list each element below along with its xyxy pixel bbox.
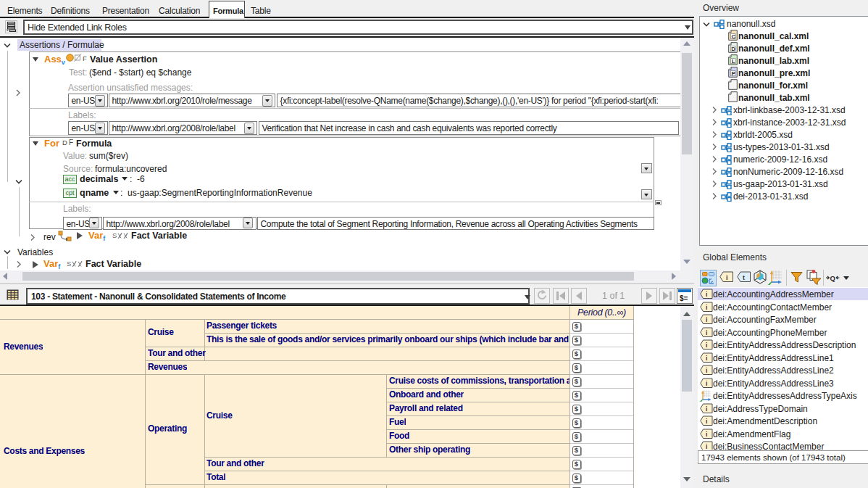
svg-text:i: i (726, 274, 728, 281)
svg-text:i: i (706, 379, 707, 386)
svg-text:t: t (743, 274, 745, 281)
svg-text:C: C (732, 33, 736, 40)
svg-text:D: D (62, 138, 67, 146)
svg-text:i: i (706, 342, 707, 349)
svg-text:Q: Q (830, 274, 835, 282)
svg-text:D: D (731, 46, 735, 52)
svg-text:i: i (706, 430, 707, 437)
svg-text:i: i (706, 316, 707, 323)
svg-text:L: L (732, 58, 735, 65)
svg-text:P: P (732, 70, 736, 77)
svg-text:i: i (706, 405, 707, 412)
svg-text:i: i (706, 443, 707, 450)
svg-text:i: i (706, 367, 707, 374)
svg-text:S: S (112, 231, 117, 239)
svg-text:i: i (706, 303, 707, 310)
svg-text:F: F (69, 138, 73, 146)
svg-text:i: i (706, 328, 707, 336)
svg-text:S: S (67, 260, 71, 268)
svg-text:i: i (706, 354, 707, 361)
svg-text:F: F (83, 54, 87, 62)
svg-text:i: i (706, 418, 707, 425)
svg-text:i: i (706, 291, 707, 298)
